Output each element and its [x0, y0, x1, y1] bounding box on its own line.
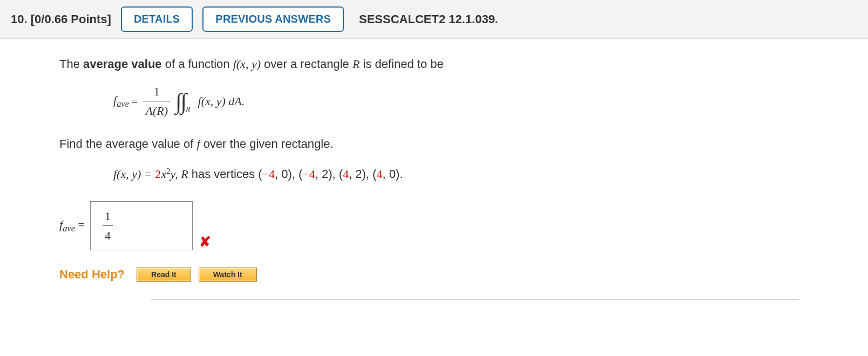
text: , 0).: [382, 167, 403, 181]
v4: 4: [376, 167, 382, 181]
incorrect-icon: ✘: [199, 231, 211, 252]
fxy: f(x, y): [233, 57, 261, 71]
numerator: 1: [152, 83, 162, 100]
x: x: [161, 167, 166, 181]
text: over a rectangle: [261, 57, 352, 71]
integral-region: R: [186, 104, 191, 115]
fraction-bar: [103, 225, 113, 226]
text: , 2), (: [349, 167, 376, 181]
denominator: 4: [103, 227, 113, 244]
text: The: [59, 57, 83, 71]
source-code: SESSCALCET2 12.1.039.: [359, 12, 498, 26]
text: of a function: [162, 57, 233, 71]
integrand: f(x, y) dA.: [198, 92, 245, 110]
details-button[interactable]: DETAILS: [121, 6, 193, 32]
previous-answers-button[interactable]: PREVIOUS ANSWERS: [202, 6, 344, 32]
intro-line: The average value of a function f(x, y) …: [59, 55, 814, 73]
sq: 2: [166, 166, 171, 175]
text: is defined to be: [360, 57, 443, 71]
R: R: [352, 57, 360, 71]
points: [0/0.66 Points]: [31, 12, 111, 26]
denominator: A(R): [143, 102, 170, 120]
y: y: [171, 167, 175, 181]
fxy-eq: f(x, y) =: [113, 167, 155, 181]
rect-pre: , R has vertices (: [175, 167, 262, 181]
fave-lhs: fave: [113, 91, 129, 111]
function-and-rectangle: f(x, y) = 2x2y, R has vertices (−4, 0), …: [113, 165, 814, 183]
answer-input[interactable]: 1 4: [90, 201, 193, 250]
text: , 2), (: [315, 167, 343, 181]
v2: −4: [302, 167, 315, 181]
one-over-area: 1 A(R): [143, 83, 170, 120]
numerator: 1: [103, 207, 113, 225]
answer-fraction: 1 4: [103, 207, 113, 244]
question-number: 10.: [11, 12, 28, 26]
v1: −4: [262, 167, 275, 181]
question-header: 10. [0/0.66 Points] DETAILS PREVIOUS ANS…: [0, 0, 868, 39]
fraction-bar: [143, 101, 170, 101]
sub-ave: ave: [117, 99, 129, 109]
coeff: 2: [155, 167, 161, 181]
v3: 4: [343, 167, 349, 181]
equals: =: [131, 92, 138, 110]
question-number-points: 10. [0/0.66 Points]: [11, 12, 111, 26]
divider: [151, 299, 799, 300]
sub-ave: ave: [63, 224, 75, 234]
watch-it-button[interactable]: Watch It: [199, 268, 257, 282]
answer-row: fave = 1 4 ✘: [59, 201, 814, 250]
read-it-button[interactable]: Read It: [137, 268, 191, 282]
prompt-line: Find the average value of f over the giv…: [59, 135, 814, 153]
text: , 0), (: [275, 167, 302, 181]
formula: fave = 1 A(R) ∫ ∫ R f(x, y) dA.: [113, 83, 814, 120]
fave-label: fave =: [59, 216, 85, 236]
text: Find the average value of: [59, 137, 196, 150]
help-row: Need Help? Read It Watch It: [59, 265, 814, 283]
need-help-label: Need Help?: [59, 265, 125, 283]
text: over the given rectangle.: [200, 137, 334, 150]
average-value-bold: average value: [83, 57, 162, 71]
eq: =: [75, 218, 85, 231]
question-body: The average value of a function f(x, y) …: [0, 39, 868, 311]
